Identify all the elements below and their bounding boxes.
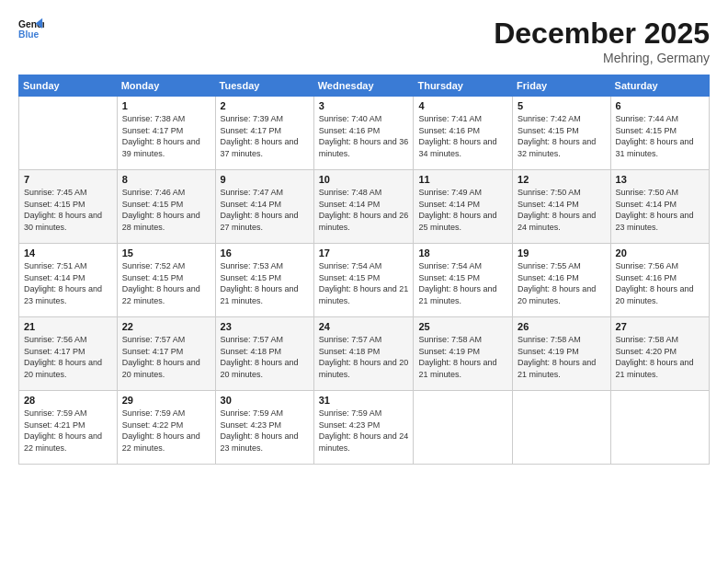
- day-info: Sunrise: 7:38 AMSunset: 4:17 PMDaylight:…: [122, 113, 210, 159]
- day-number: 7: [24, 174, 112, 185]
- day-number: 9: [221, 174, 309, 185]
- day-info: Sunrise: 7:42 AMSunset: 4:15 PMDaylight:…: [518, 113, 605, 159]
- calendar-cell: 20Sunrise: 7:56 AMSunset: 4:16 PMDayligh…: [610, 244, 709, 317]
- day-number: 1: [122, 100, 210, 111]
- day-info: Sunrise: 7:57 AMSunset: 4:17 PMDaylight:…: [122, 334, 210, 380]
- calendar-cell: 24Sunrise: 7:57 AMSunset: 4:18 PMDayligh…: [313, 317, 414, 391]
- day-info: Sunrise: 7:58 AMSunset: 4:19 PMDaylight:…: [418, 334, 507, 380]
- day-number: 10: [319, 174, 409, 185]
- day-number: 29: [122, 395, 210, 406]
- day-info: Sunrise: 7:44 AMSunset: 4:15 PMDaylight:…: [616, 113, 704, 159]
- calendar-table: Sunday Monday Tuesday Wednesday Thursday…: [18, 75, 710, 465]
- day-number: 4: [418, 100, 507, 111]
- day-number: 27: [616, 321, 704, 332]
- day-number: 21: [24, 321, 112, 332]
- day-info: Sunrise: 7:59 AMSunset: 4:21 PMDaylight:…: [24, 408, 112, 454]
- day-info: Sunrise: 7:47 AMSunset: 4:14 PMDaylight:…: [221, 187, 309, 233]
- header-row: Sunday Monday Tuesday Wednesday Thursday…: [19, 75, 710, 97]
- calendar-cell: 11Sunrise: 7:49 AMSunset: 4:14 PMDayligh…: [414, 170, 513, 244]
- day-info: Sunrise: 7:54 AMSunset: 4:15 PMDaylight:…: [418, 260, 507, 306]
- calendar-cell: 3Sunrise: 7:40 AMSunset: 4:16 PMDaylight…: [313, 97, 414, 170]
- calendar-week-4: 28Sunrise: 7:59 AMSunset: 4:21 PMDayligh…: [19, 391, 710, 465]
- calendar-cell: 28Sunrise: 7:59 AMSunset: 4:21 PMDayligh…: [19, 391, 118, 465]
- day-number: 3: [319, 100, 409, 111]
- day-number: 13: [616, 174, 704, 185]
- calendar-cell: 2Sunrise: 7:39 AMSunset: 4:17 PMDaylight…: [215, 97, 313, 170]
- col-tuesday: Tuesday: [215, 75, 313, 97]
- day-info: Sunrise: 7:40 AMSunset: 4:16 PMDaylight:…: [319, 113, 409, 159]
- day-number: 2: [221, 100, 309, 111]
- day-number: 30: [221, 395, 309, 406]
- day-info: Sunrise: 7:51 AMSunset: 4:14 PMDaylight:…: [24, 260, 112, 306]
- day-info: Sunrise: 7:49 AMSunset: 4:14 PMDaylight:…: [418, 187, 507, 233]
- calendar-cell: 4Sunrise: 7:41 AMSunset: 4:16 PMDaylight…: [414, 97, 513, 170]
- day-number: 16: [221, 247, 309, 259]
- day-info: Sunrise: 7:59 AMSunset: 4:23 PMDaylight:…: [319, 408, 409, 454]
- day-info: Sunrise: 7:57 AMSunset: 4:18 PMDaylight:…: [221, 334, 309, 380]
- calendar-week-0: 1Sunrise: 7:38 AMSunset: 4:17 PMDaylight…: [19, 97, 710, 170]
- day-number: 15: [122, 247, 210, 259]
- day-number: 6: [616, 100, 704, 111]
- calendar-cell: 9Sunrise: 7:47 AMSunset: 4:14 PMDaylight…: [215, 170, 313, 244]
- col-friday: Friday: [513, 75, 610, 97]
- day-number: 24: [319, 321, 409, 332]
- day-info: Sunrise: 7:54 AMSunset: 4:15 PMDaylight:…: [319, 260, 409, 306]
- calendar-cell: 18Sunrise: 7:54 AMSunset: 4:15 PMDayligh…: [414, 244, 513, 317]
- day-info: Sunrise: 7:55 AMSunset: 4:16 PMDaylight:…: [518, 260, 605, 306]
- day-number: 23: [221, 321, 309, 332]
- svg-text:Blue: Blue: [18, 29, 40, 40]
- day-number: 5: [518, 100, 605, 111]
- day-info: Sunrise: 7:58 AMSunset: 4:20 PMDaylight:…: [616, 334, 704, 380]
- col-thursday: Thursday: [414, 75, 513, 97]
- day-number: 11: [418, 174, 507, 185]
- day-number: 25: [418, 321, 507, 332]
- calendar-week-2: 14Sunrise: 7:51 AMSunset: 4:14 PMDayligh…: [19, 244, 710, 317]
- page: General Blue December 2025 Mehring, Germ…: [0, 0, 728, 563]
- title-block: December 2025 Mehring, Germany: [494, 17, 710, 65]
- logo: General Blue: [18, 17, 44, 42]
- day-number: 31: [319, 395, 409, 406]
- header: General Blue December 2025 Mehring, Germ…: [18, 17, 710, 65]
- day-number: 17: [319, 247, 409, 259]
- calendar-cell: 19Sunrise: 7:55 AMSunset: 4:16 PMDayligh…: [513, 244, 610, 317]
- calendar-week-3: 21Sunrise: 7:56 AMSunset: 4:17 PMDayligh…: [19, 317, 710, 391]
- day-number: 26: [518, 321, 605, 332]
- day-info: Sunrise: 7:56 AMSunset: 4:16 PMDaylight:…: [616, 260, 704, 306]
- day-number: 19: [518, 247, 605, 259]
- calendar-cell: 31Sunrise: 7:59 AMSunset: 4:23 PMDayligh…: [313, 391, 414, 465]
- calendar-cell: 26Sunrise: 7:58 AMSunset: 4:19 PMDayligh…: [513, 317, 610, 391]
- calendar-cell: 8Sunrise: 7:46 AMSunset: 4:15 PMDaylight…: [117, 170, 215, 244]
- day-info: Sunrise: 7:58 AMSunset: 4:19 PMDaylight:…: [518, 334, 605, 380]
- calendar-cell: 21Sunrise: 7:56 AMSunset: 4:17 PMDayligh…: [19, 317, 118, 391]
- col-sunday: Sunday: [19, 75, 118, 97]
- calendar-cell: 22Sunrise: 7:57 AMSunset: 4:17 PMDayligh…: [117, 317, 215, 391]
- day-info: Sunrise: 7:46 AMSunset: 4:15 PMDaylight:…: [122, 187, 210, 233]
- calendar-cell: 14Sunrise: 7:51 AMSunset: 4:14 PMDayligh…: [19, 244, 118, 317]
- calendar-cell: 23Sunrise: 7:57 AMSunset: 4:18 PMDayligh…: [215, 317, 313, 391]
- day-info: Sunrise: 7:57 AMSunset: 4:18 PMDaylight:…: [319, 334, 409, 380]
- col-monday: Monday: [117, 75, 215, 97]
- logo-icon: General Blue: [18, 17, 44, 42]
- calendar-cell: 17Sunrise: 7:54 AMSunset: 4:15 PMDayligh…: [313, 244, 414, 317]
- day-info: Sunrise: 7:59 AMSunset: 4:22 PMDaylight:…: [122, 408, 210, 454]
- day-number: 20: [616, 247, 704, 259]
- day-number: 8: [122, 174, 210, 185]
- day-number: 18: [418, 247, 507, 259]
- calendar-cell: 1Sunrise: 7:38 AMSunset: 4:17 PMDaylight…: [117, 97, 215, 170]
- calendar-cell: 10Sunrise: 7:48 AMSunset: 4:14 PMDayligh…: [313, 170, 414, 244]
- day-info: Sunrise: 7:59 AMSunset: 4:23 PMDaylight:…: [221, 408, 309, 454]
- calendar-cell: 27Sunrise: 7:58 AMSunset: 4:20 PMDayligh…: [610, 317, 709, 391]
- day-number: 28: [24, 395, 112, 406]
- day-info: Sunrise: 7:52 AMSunset: 4:15 PMDaylight:…: [122, 260, 210, 306]
- day-number: 12: [518, 174, 605, 185]
- day-info: Sunrise: 7:45 AMSunset: 4:15 PMDaylight:…: [24, 187, 112, 233]
- location: Mehring, Germany: [494, 51, 710, 65]
- calendar-cell: [414, 391, 513, 465]
- day-info: Sunrise: 7:56 AMSunset: 4:17 PMDaylight:…: [24, 334, 112, 380]
- calendar-cell: [513, 391, 610, 465]
- calendar-cell: 13Sunrise: 7:50 AMSunset: 4:14 PMDayligh…: [610, 170, 709, 244]
- calendar-cell: 12Sunrise: 7:50 AMSunset: 4:14 PMDayligh…: [513, 170, 610, 244]
- day-info: Sunrise: 7:50 AMSunset: 4:14 PMDaylight:…: [518, 187, 605, 233]
- day-info: Sunrise: 7:53 AMSunset: 4:15 PMDaylight:…: [221, 260, 309, 306]
- calendar-cell: 16Sunrise: 7:53 AMSunset: 4:15 PMDayligh…: [215, 244, 313, 317]
